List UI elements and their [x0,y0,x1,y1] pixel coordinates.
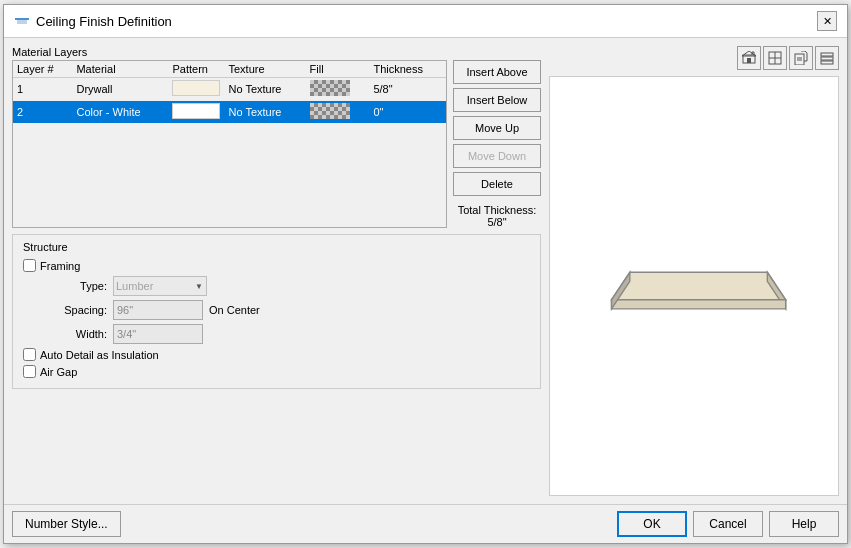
structure-section: Structure Framing Type: Lumber Steel Oth… [12,234,541,389]
move-down-button[interactable]: Move Down [453,144,541,168]
bottom-left: Number Style... [12,511,121,537]
material-cell: Drywall [72,78,168,101]
table-row[interactable]: 1DrywallNo Texture5/8" [13,78,446,101]
dialog-title: Ceiling Finish Definition [36,14,172,29]
svg-marker-16 [612,300,786,309]
export-toolbar-button[interactable] [789,46,813,70]
spacing-input[interactable]: 96" [113,300,203,320]
col-fill: Fill [306,61,370,78]
insert-below-button[interactable]: Insert Below [453,88,541,112]
spacing-row: Spacing: 96" On Center [43,300,530,320]
preview-area [549,76,839,496]
action-buttons: Insert Above Insert Below Move Up Move D… [453,60,541,228]
table-row[interactable]: 2Color - WhiteNo Texture0" [13,101,446,124]
fill-swatch [310,103,350,119]
help-button[interactable]: Help [769,511,839,537]
width-input[interactable]: 3/4" [113,324,203,344]
ceiling-title-icon [14,13,30,29]
total-thickness-label: Total Thickness: [453,204,541,216]
width-row: Width: 3/4" [43,324,530,344]
thickness-cell: 0" [369,101,446,124]
bottom-bar: Number Style... OK Cancel Help [4,504,847,543]
air-gap-label[interactable]: Air Gap [40,366,77,378]
width-label: Width: [43,328,113,340]
ceiling-preview-svg [584,226,804,346]
auto-detail-checkbox[interactable] [23,348,36,361]
type-label: Type: [43,280,113,292]
type-row: Type: Lumber Steel Other [43,276,530,296]
ceiling-finish-dialog: Ceiling Finish Definition ✕ Material Lay… [3,4,848,544]
svg-rect-0 [15,18,29,20]
layers-header-row: Layer # Material Pattern Texture Fill Th… [13,61,446,78]
layer-num-cell: 2 [13,101,72,124]
home-icon [742,51,756,65]
framing-checkbox[interactable] [23,259,36,272]
left-panel: Material Layers Layer # Material Pattern… [12,46,541,496]
fill-cell [306,101,370,124]
move-up-button[interactable]: Move Up [453,116,541,140]
dialog-body: Material Layers Layer # Material Pattern… [4,38,847,504]
home-toolbar-button[interactable] [737,46,761,70]
spacing-label: Spacing: [43,304,113,316]
material-layers-section: Material Layers Layer # Material Pattern… [12,46,541,228]
col-texture: Texture [224,61,305,78]
expand-icon [768,51,782,65]
layer-num-cell: 1 [13,78,72,101]
number-style-button[interactable]: Number Style... [12,511,121,537]
layers-table-wrapper: Layer # Material Pattern Texture Fill Th… [12,60,447,228]
pattern-cell [168,101,224,124]
ok-button[interactable]: OK [617,511,687,537]
material-cell: Color - White [72,101,168,124]
pattern-cell [168,78,224,101]
col-layer-num: Layer # [13,61,72,78]
expand-toolbar-button[interactable] [763,46,787,70]
total-thickness-section: Total Thickness: 5/8" [453,204,541,228]
framing-row: Framing [23,259,530,272]
layers-toolbar-button[interactable] [815,46,839,70]
material-layers-label: Material Layers [12,46,541,58]
auto-detail-label[interactable]: Auto Detail as Insulation [40,349,159,361]
svg-marker-14 [612,272,786,300]
framing-label[interactable]: Framing [40,260,80,272]
type-select-wrapper: Lumber Steel Other [113,276,207,296]
fill-swatch [310,80,350,96]
thickness-cell: 5/8" [369,78,446,101]
total-thickness-value: 5/8" [453,216,541,228]
bottom-right: OK Cancel Help [617,511,839,537]
right-panel [549,46,839,496]
air-gap-row: Air Gap [23,365,530,378]
pattern-swatch [172,80,220,96]
layers-table: Layer # Material Pattern Texture Fill Th… [13,61,446,124]
svg-rect-12 [821,57,833,60]
texture-cell: No Texture [224,101,305,124]
air-gap-checkbox[interactable] [23,365,36,378]
col-material: Material [72,61,168,78]
table-buttons-row: Layer # Material Pattern Texture Fill Th… [12,60,541,228]
svg-rect-11 [821,53,833,56]
svg-rect-4 [747,58,751,63]
title-bar: Ceiling Finish Definition ✕ [4,5,847,38]
col-pattern: Pattern [168,61,224,78]
toolbar-row [549,46,839,70]
layers-table-head: Layer # Material Pattern Texture Fill Th… [13,61,446,78]
cancel-button[interactable]: Cancel [693,511,763,537]
close-button[interactable]: ✕ [817,11,837,31]
svg-rect-13 [821,61,833,64]
pattern-swatch [172,103,220,119]
insert-above-button[interactable]: Insert Above [453,60,541,84]
spacing-suffix: On Center [209,304,260,316]
layers-table-body: 1DrywallNo Texture5/8"2Color - WhiteNo T… [13,78,446,124]
auto-detail-row: Auto Detail as Insulation [23,348,530,361]
type-select[interactable]: Lumber Steel Other [113,276,207,296]
texture-cell: No Texture [224,78,305,101]
export-icon [794,51,808,65]
title-bar-left: Ceiling Finish Definition [14,13,172,29]
svg-rect-1 [17,20,27,24]
col-thickness: Thickness [369,61,446,78]
structure-title: Structure [23,241,530,253]
fill-cell [306,78,370,101]
layers-icon [820,51,834,65]
delete-button[interactable]: Delete [453,172,541,196]
